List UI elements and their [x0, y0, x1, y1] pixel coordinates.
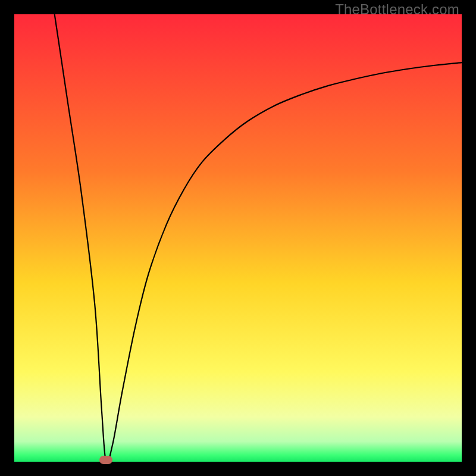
heatmap-background [14, 14, 462, 462]
watermark-text: TheBottleneck.com [335, 1, 459, 18]
chart-frame [14, 14, 462, 462]
optimal-point-marker [99, 456, 112, 464]
bottleneck-chart [14, 14, 462, 462]
